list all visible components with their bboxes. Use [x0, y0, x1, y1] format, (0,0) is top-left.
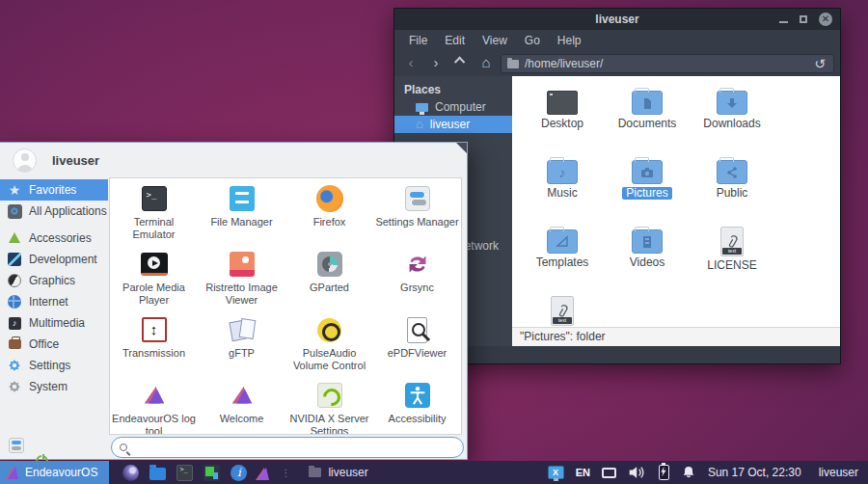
file-public[interactable]: Public [690, 148, 774, 217]
menu-help[interactable]: Help [549, 34, 590, 47]
music-folder-icon: ♪ [547, 160, 578, 184]
category-multimedia[interactable]: ♪Multimedia [0, 312, 108, 334]
globe-icon [8, 295, 21, 309]
file-downloads[interactable]: Downloads [690, 78, 774, 148]
app-transmission[interactable]: ↕Transmission [110, 312, 198, 378]
applications-menu-button[interactable]: EndeavourOS [0, 461, 109, 484]
category-settings[interactable]: Settings [0, 355, 108, 376]
sidebar-item-computer[interactable]: Computer [394, 98, 512, 116]
home-button[interactable]: ⌂ [475, 54, 497, 73]
app-gftp[interactable]: gFTP [198, 312, 285, 378]
start-label: EndeavourOS [25, 466, 97, 479]
endeavouros-launcher-icon[interactable] [258, 468, 269, 480]
app-parole[interactable]: Parole Media Player [110, 247, 198, 312]
app-settings-manager[interactable]: Settings Manager [373, 181, 461, 247]
category-development[interactable]: Development [0, 249, 108, 270]
app-ristretto[interactable]: Ristretto Image Viewer [198, 247, 285, 312]
text-file-icon: text [551, 296, 574, 326]
search-input[interactable] [133, 439, 463, 456]
terminal-icon: >_ [142, 186, 167, 211]
close-button[interactable]: ✕ [819, 13, 832, 26]
star-icon: ★ [7, 182, 22, 198]
category-label: Favorites [29, 183, 76, 197]
volume-icon[interactable] [628, 465, 647, 480]
file-music[interactable]: ♪ Music [520, 148, 605, 217]
display-tray-icon[interactable] [602, 468, 616, 478]
app-welcome[interactable]: Welcome [198, 378, 285, 435]
notification-bell-icon[interactable] [681, 465, 696, 480]
clock[interactable]: Sun 17 Oct, 22:30 [708, 466, 801, 479]
app-eos-log-tool[interactable]: EndeavourOS log tool [110, 378, 198, 435]
file-license[interactable]: text LICENSE [690, 217, 774, 286]
category-accessories[interactable]: Accessories [0, 228, 108, 249]
titlebar[interactable]: liveuser ✕ [394, 9, 840, 30]
app-label: Accessibility [389, 413, 447, 425]
maximize-button[interactable] [800, 15, 807, 23]
file-name: Pictures [622, 187, 671, 200]
file-desktop[interactable]: Desktop [520, 78, 605, 148]
refresh-icon[interactable]: ↺ [812, 56, 827, 71]
category-list: ★Favorites All Applications Accessories … [0, 179, 108, 397]
app-firefox[interactable]: Firefox [285, 181, 373, 247]
xorg-tray-icon[interactable]: X [548, 466, 564, 479]
folder-icon [507, 60, 519, 68]
category-favorites[interactable]: ★Favorites [0, 179, 108, 201]
app-accessibility[interactable]: Accessibility [373, 378, 461, 435]
music-note-icon: ♪ [559, 166, 566, 179]
file-manager-launcher-icon[interactable] [149, 468, 166, 480]
category-office[interactable]: Office [0, 334, 108, 355]
keyboard-layout[interactable]: EN [576, 467, 590, 478]
app-terminal-emulator[interactable]: >_Terminal Emulator [110, 181, 198, 247]
back-button[interactable]: ‹ [400, 54, 421, 73]
window-title: liveuser [394, 13, 840, 26]
firefox-launcher-icon[interactable] [122, 465, 139, 481]
applications-menu: liveuser ★Favorites All Applications Acc… [0, 142, 468, 460]
file-templates[interactable]: Templates [520, 217, 605, 286]
window-button-liveuser[interactable]: liveuser [299, 461, 377, 484]
category-graphics[interactable]: Graphics [0, 270, 108, 291]
info-launcher-icon[interactable]: i [231, 465, 247, 481]
gear-icon [8, 380, 21, 393]
terminal-launcher-icon[interactable]: >_ [176, 465, 193, 481]
search-bar[interactable] [111, 437, 464, 458]
app-file-manager[interactable]: File Manager [198, 181, 285, 247]
taskbar: EndeavourOS >_ i ⋮ liveuser X EN Sun 17 … [0, 461, 868, 484]
sidebar-item-label: liveuser [430, 118, 470, 131]
category-all-applications[interactable]: All Applications [0, 201, 108, 222]
up-button[interactable] [450, 54, 472, 73]
app-gparted[interactable]: GParted [285, 247, 373, 312]
videos-folder-icon [632, 229, 663, 254]
forward-button[interactable]: › [425, 54, 447, 73]
file-documents[interactable]: Documents [605, 78, 690, 148]
menu-edit[interactable]: Edit [436, 34, 474, 47]
app-label: Ristretto Image Viewer [200, 282, 285, 307]
app-epdfviewer[interactable]: ePDFViewer [373, 312, 461, 378]
status-bar: "Pictures": folder [512, 327, 840, 346]
category-internet[interactable]: Internet [0, 291, 108, 312]
media-player-icon [141, 253, 168, 276]
current-path[interactable]: /home/liveuser/ [525, 57, 806, 70]
app-nvidia-settings[interactable]: NVIDIA X Server Settings [285, 378, 373, 435]
app-grsync[interactable]: Grsync [373, 247, 461, 312]
category-system[interactable]: System [0, 376, 108, 397]
app-pulseaudio[interactable]: PulseAudio Volume Control [285, 312, 373, 378]
nvidia-icon [317, 383, 342, 408]
endeavouros-logo-icon [228, 381, 257, 410]
menu-file[interactable]: File [400, 34, 436, 47]
menu-view[interactable]: View [474, 34, 516, 47]
settings-manager-button[interactable] [9, 438, 24, 453]
transmission-icon: ↕ [142, 317, 167, 342]
category-label: System [29, 380, 68, 393]
app-grid-panel: >_Terminal Emulator File Manager Firefox… [109, 177, 462, 435]
battery-icon[interactable] [659, 465, 669, 480]
display-launcher-icon[interactable] [203, 465, 220, 481]
film-note-icon: ♪ [9, 317, 21, 330]
file-view[interactable]: Desktop Documents Downloads [512, 76, 840, 346]
menu-go[interactable]: Go [516, 34, 549, 47]
minimize-button[interactable] [779, 21, 788, 23]
file-videos[interactable]: Videos [605, 217, 690, 286]
sidebar-item-liveuser[interactable]: ⌂ liveuser [394, 116, 512, 133]
path-field[interactable]: /home/liveuser/ ↺ [501, 54, 834, 73]
file-pictures[interactable]: Pictures [605, 148, 690, 217]
pdf-viewer-icon [407, 317, 427, 343]
